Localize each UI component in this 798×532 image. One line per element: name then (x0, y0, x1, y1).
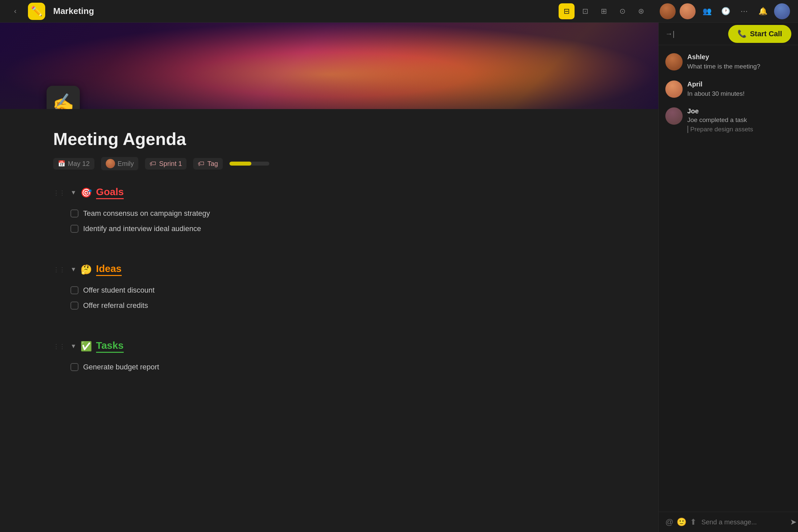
msg-name-april: April (687, 80, 744, 88)
checkbox-tasks-0[interactable] (71, 363, 78, 371)
hero-banner: ✍️ (0, 23, 658, 109)
timer-icon[interactable]: 🕐 (718, 4, 733, 19)
tool-graph[interactable]: ⊛ (633, 3, 649, 19)
tool-layout[interactable]: ⊟ (558, 3, 574, 19)
assignee-avatar (106, 159, 115, 168)
toggle-tasks[interactable]: ▼ (71, 343, 76, 350)
section-title-goals: Goals (96, 186, 124, 199)
msg-name-joe: Joe (687, 108, 753, 115)
sections-container: ⋮⋮ ▼ 🎯 Goals Team consensus on campaign … (53, 186, 605, 396)
user-avatar[interactable] (774, 3, 790, 19)
more-options-icon[interactable]: ⋯ (737, 4, 752, 19)
checkbox-tasks-2[interactable] (71, 387, 78, 395)
checklist-item-goals-1: Identify and interview ideal audience (71, 221, 605, 236)
checkbox-goals-1[interactable] (71, 225, 78, 233)
nav-avatar-1[interactable] (660, 3, 676, 19)
msg-task-joe: Joe completed a task (687, 116, 753, 124)
calendar-icon: 📅 (58, 160, 65, 167)
chat-avatar-ashley (665, 53, 683, 71)
chat-input-row: @ 🙂 ⬆ ➤ (665, 517, 791, 527)
msg-body-april: April In about 30 minutes! (687, 80, 744, 98)
doc-meta: 📅 May 12 Emily 🏷 Sprint 1 🏷 Tag (53, 157, 605, 170)
msg-task-item-joe: Prepare design assets (687, 126, 753, 133)
app-logo: ✏️ (28, 3, 45, 20)
tag2-icon: 🏷 (198, 160, 205, 168)
sidebar-chat: →| 📞 Start Call Ashley What time is the … (658, 23, 798, 532)
drag-handle-tasks[interactable]: ⋮⋮ (53, 343, 65, 350)
section-title-ideas: Ideas (96, 263, 122, 276)
chat-avatar-april (665, 80, 683, 98)
collapse-sidebar-button[interactable]: →| (665, 30, 674, 38)
attachment-icon[interactable]: ⬆ (690, 517, 697, 527)
checklist-text-goals-0: Team consensus on campaign strategy (83, 209, 210, 218)
checkbox-ideas-0[interactable] (71, 286, 78, 294)
section-header-tasks: ⋮⋮ ▼ ✅ Tasks (53, 340, 605, 353)
checkbox-goals-0[interactable] (71, 209, 78, 217)
add-member-icon[interactable]: 👥 (700, 4, 714, 19)
drag-handle-goals[interactable]: ⋮⋮ (53, 189, 65, 196)
nav-avatar-2[interactable] (680, 3, 696, 19)
app-title: Marketing (53, 6, 94, 16)
main-layout: ✍️ Meeting Agenda 📅 May 12 Emily 🏷 Sprin… (0, 23, 798, 532)
mention-icon[interactable]: @ (665, 517, 673, 527)
section-tasks: ⋮⋮ ▼ ✅ Tasks Generate budget report (53, 340, 605, 396)
logo-icon: ✏️ (31, 6, 42, 17)
msg-name-ashley: Ashley (687, 53, 760, 61)
checkbox-goals-2[interactable] (71, 238, 78, 246)
tool-table[interactable]: ⊞ (596, 3, 612, 19)
start-call-button[interactable]: 📞 Start Call (728, 25, 791, 43)
checklist-text-goals-1: Identify and interview ideal audience (83, 225, 201, 233)
progress-bar (229, 162, 269, 166)
assignee-meta[interactable]: Emily (101, 157, 139, 170)
msg-text-ashley: What time is the meeting? (687, 62, 760, 71)
checkbox-ideas-2[interactable] (71, 315, 78, 323)
hero-overlay (0, 23, 658, 109)
checklist-item-ideas-1: Offer referral credits (71, 298, 605, 313)
date-meta[interactable]: 📅 May 12 (53, 158, 94, 170)
back-button[interactable]: ‹ (8, 4, 23, 19)
doc-title: Meeting Agenda (53, 129, 605, 149)
drag-handle-ideas[interactable]: ⋮⋮ (53, 266, 65, 273)
tag-meta[interactable]: 🏷 Tag (193, 158, 223, 170)
section-emoji-ideas: 🤔 (80, 264, 92, 275)
checklist-text-ideas-1: Offer referral credits (83, 301, 148, 310)
chat-message-ashley: Ashley What time is the meeting? (665, 53, 791, 71)
chat-header: →| 📞 Start Call (659, 23, 798, 45)
chat-message-april: April In about 30 minutes! (665, 80, 791, 98)
sprint-label: Sprint 1 (159, 160, 182, 168)
assignee-name: Emily (118, 160, 134, 168)
top-nav: ‹ ✏️ Marketing ⊟ ⊡ ⊞ ⊙ ⊛ 👥 🕐 ⋯ 🔔 (0, 0, 798, 23)
toolbar: ⊟ ⊡ ⊞ ⊙ ⊛ (558, 3, 649, 19)
checklist-item-ideas-0: Offer student discount (71, 283, 605, 298)
doc-emoji-icon: ✍️ (46, 86, 80, 109)
tool-calendar[interactable]: ⊡ (577, 3, 593, 19)
toggle-ideas[interactable]: ▼ (71, 266, 76, 273)
checklist-item-goals-0: Team consensus on campaign strategy (71, 206, 605, 221)
checkbox-ideas-1[interactable] (71, 302, 78, 309)
emoji-icon[interactable]: 🙂 (677, 517, 687, 527)
send-button[interactable]: ➤ (790, 517, 797, 527)
chat-message-joe: Joe Joe completed a task Prepare design … (665, 108, 791, 133)
doc-body: Meeting Agenda 📅 May 12 Emily 🏷 Sprint 1… (0, 109, 658, 425)
checklist-item-tasks-0: Generate budget report (71, 359, 605, 375)
msg-text-april: In about 30 minutes! (687, 90, 744, 98)
section-title-tasks: Tasks (96, 340, 124, 353)
toggle-goals[interactable]: ▼ (71, 189, 76, 196)
chat-input-icons: @ 🙂 ⬆ (665, 517, 697, 527)
notification-icon[interactable]: 🔔 (756, 4, 770, 19)
tag-icon: 🏷 (150, 160, 156, 168)
progress-fill (229, 162, 251, 166)
checklist-text-tasks-0: Generate budget report (83, 363, 159, 372)
section-header-goals: ⋮⋮ ▼ 🎯 Goals (53, 186, 605, 199)
sprint-tag[interactable]: 🏷 Sprint 1 (145, 158, 187, 170)
section-emoji-goals: 🎯 (80, 187, 92, 198)
msg-body-joe: Joe Joe completed a task Prepare design … (687, 108, 753, 133)
section-emoji-tasks: ✅ (80, 341, 92, 352)
content-area: ✍️ Meeting Agenda 📅 May 12 Emily 🏷 Sprin… (0, 23, 658, 532)
chat-messages: Ashley What time is the meeting? April I… (659, 45, 798, 512)
checkbox-tasks-1[interactable] (71, 376, 78, 384)
phone-icon: 📞 (738, 30, 746, 38)
tool-share[interactable]: ⊙ (614, 3, 630, 19)
message-input[interactable] (701, 518, 785, 526)
section-goals: ⋮⋮ ▼ 🎯 Goals Team consensus on campaign … (53, 186, 605, 247)
